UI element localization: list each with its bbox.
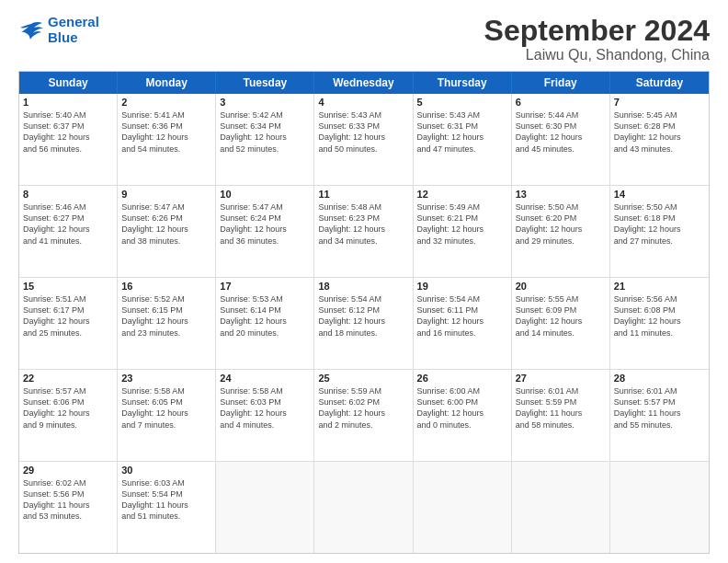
cell-info: Sunrise: 5:53 AMSunset: 6:14 PMDaylight:…	[220, 293, 310, 339]
day-number: 8	[23, 189, 113, 200]
header-saturday: Saturday	[610, 72, 709, 94]
cell-17: 17 Sunrise: 5:53 AMSunset: 6:14 PMDaylig…	[216, 278, 314, 369]
calendar-header: Sunday Monday Tuesday Wednesday Thursday…	[19, 72, 709, 94]
week-2: 8 Sunrise: 5:46 AMSunset: 6:27 PMDayligh…	[19, 185, 709, 277]
day-number: 13	[516, 189, 606, 200]
header-monday: Monday	[118, 72, 216, 94]
cell-empty-4	[512, 462, 610, 553]
cell-23: 23 Sunrise: 5:58 AMSunset: 6:05 PMDaylig…	[118, 370, 216, 461]
cell-info: Sunrise: 5:44 AMSunset: 6:30 PMDaylight:…	[516, 109, 606, 155]
header-tuesday: Tuesday	[216, 72, 314, 94]
cell-info: Sunrise: 6:03 AMSunset: 5:54 PMDaylight:…	[121, 477, 211, 523]
cell-24: 24 Sunrise: 5:58 AMSunset: 6:03 PMDaylig…	[216, 370, 314, 461]
header-friday: Friday	[512, 72, 610, 94]
day-number: 21	[614, 281, 705, 292]
cell-30: 30 Sunrise: 6:03 AMSunset: 5:54 PMDaylig…	[118, 462, 216, 553]
cell-info: Sunrise: 5:57 AMSunset: 6:06 PMDaylight:…	[23, 385, 113, 431]
cell-18: 18 Sunrise: 5:54 AMSunset: 6:12 PMDaylig…	[314, 278, 413, 369]
cell-info: Sunrise: 5:43 AMSunset: 6:31 PMDaylight:…	[417, 109, 507, 155]
week-4: 22 Sunrise: 5:57 AMSunset: 6:06 PMDaylig…	[19, 369, 709, 461]
day-number: 24	[220, 373, 310, 384]
cell-info: Sunrise: 6:01 AMSunset: 5:57 PMDaylight:…	[614, 385, 705, 431]
cell-29: 29 Sunrise: 6:02 AMSunset: 5:56 PMDaylig…	[19, 462, 118, 553]
cell-14: 14 Sunrise: 5:50 AMSunset: 6:18 PMDaylig…	[610, 186, 709, 277]
header-wednesday: Wednesday	[314, 72, 413, 94]
cell-26: 26 Sunrise: 6:00 AMSunset: 6:00 PMDaylig…	[414, 370, 512, 461]
day-number: 27	[516, 373, 606, 384]
day-number: 22	[23, 373, 113, 384]
day-number: 19	[417, 281, 507, 292]
day-number: 29	[23, 465, 113, 476]
cell-info: Sunrise: 6:00 AMSunset: 6:00 PMDaylight:…	[417, 385, 507, 431]
cell-27: 27 Sunrise: 6:01 AMSunset: 5:59 PMDaylig…	[512, 370, 610, 461]
cell-4: 4 Sunrise: 5:43 AMSunset: 6:33 PMDayligh…	[314, 94, 413, 185]
day-number: 18	[318, 281, 408, 292]
page: General Blue September 2024 Laiwu Qu, Sh…	[0, 0, 728, 563]
day-number: 16	[121, 281, 211, 292]
header-sunday: Sunday	[19, 72, 118, 94]
day-number: 3	[220, 97, 310, 108]
cell-8: 8 Sunrise: 5:46 AMSunset: 6:27 PMDayligh…	[19, 186, 118, 277]
day-number: 11	[318, 189, 408, 200]
cell-info: Sunrise: 5:52 AMSunset: 6:15 PMDaylight:…	[121, 293, 211, 339]
cell-info: Sunrise: 5:43 AMSunset: 6:33 PMDaylight:…	[318, 109, 408, 155]
day-number: 23	[121, 373, 211, 384]
header: General Blue September 2024 Laiwu Qu, Sh…	[18, 15, 710, 63]
cell-1: 1 Sunrise: 5:40 AMSunset: 6:37 PMDayligh…	[19, 94, 118, 185]
logo-icon	[18, 20, 44, 40]
day-number: 28	[614, 373, 705, 384]
week-5: 29 Sunrise: 6:02 AMSunset: 5:56 PMDaylig…	[19, 461, 709, 553]
cell-info: Sunrise: 6:01 AMSunset: 5:59 PMDaylight:…	[516, 385, 606, 431]
day-number: 14	[614, 189, 705, 200]
location-title: Laiwu Qu, Shandong, China	[484, 47, 710, 63]
day-number: 4	[318, 97, 408, 108]
cell-13: 13 Sunrise: 5:50 AMSunset: 6:20 PMDaylig…	[512, 186, 610, 277]
cell-info: Sunrise: 5:54 AMSunset: 6:11 PMDaylight:…	[417, 293, 507, 339]
cell-info: Sunrise: 5:46 AMSunset: 6:27 PMDaylight:…	[23, 201, 113, 247]
cell-19: 19 Sunrise: 5:54 AMSunset: 6:11 PMDaylig…	[414, 278, 512, 369]
cell-info: Sunrise: 5:40 AMSunset: 6:37 PMDaylight:…	[23, 109, 113, 155]
cell-22: 22 Sunrise: 5:57 AMSunset: 6:06 PMDaylig…	[19, 370, 118, 461]
logo: General Blue	[18, 15, 99, 45]
week-3: 15 Sunrise: 5:51 AMSunset: 6:17 PMDaylig…	[19, 277, 709, 369]
cell-info: Sunrise: 5:47 AMSunset: 6:24 PMDaylight:…	[220, 201, 310, 247]
cell-15: 15 Sunrise: 5:51 AMSunset: 6:17 PMDaylig…	[19, 278, 118, 369]
cell-info: Sunrise: 5:50 AMSunset: 6:18 PMDaylight:…	[614, 201, 705, 247]
header-thursday: Thursday	[414, 72, 512, 94]
cell-5: 5 Sunrise: 5:43 AMSunset: 6:31 PMDayligh…	[414, 94, 512, 185]
cell-info: Sunrise: 5:45 AMSunset: 6:28 PMDaylight:…	[614, 109, 705, 155]
day-number: 30	[121, 465, 211, 476]
day-number: 15	[23, 281, 113, 292]
month-title: September 2024	[484, 15, 710, 47]
day-number: 9	[121, 189, 211, 200]
cell-empty-1	[216, 462, 314, 553]
cell-20: 20 Sunrise: 5:55 AMSunset: 6:09 PMDaylig…	[512, 278, 610, 369]
calendar-body: 1 Sunrise: 5:40 AMSunset: 6:37 PMDayligh…	[19, 94, 709, 553]
cell-2: 2 Sunrise: 5:41 AMSunset: 6:36 PMDayligh…	[118, 94, 216, 185]
day-number: 20	[516, 281, 606, 292]
cell-3: 3 Sunrise: 5:42 AMSunset: 6:34 PMDayligh…	[216, 94, 314, 185]
cell-7: 7 Sunrise: 5:45 AMSunset: 6:28 PMDayligh…	[610, 94, 709, 185]
cell-info: Sunrise: 5:50 AMSunset: 6:20 PMDaylight:…	[516, 201, 606, 247]
week-1: 1 Sunrise: 5:40 AMSunset: 6:37 PMDayligh…	[19, 94, 709, 185]
cell-info: Sunrise: 5:47 AMSunset: 6:26 PMDaylight:…	[121, 201, 211, 247]
day-number: 5	[417, 97, 507, 108]
cell-10: 10 Sunrise: 5:47 AMSunset: 6:24 PMDaylig…	[216, 186, 314, 277]
cell-empty-2	[314, 462, 413, 553]
cell-info: Sunrise: 5:54 AMSunset: 6:12 PMDaylight:…	[318, 293, 408, 339]
title-block: September 2024 Laiwu Qu, Shandong, China	[484, 15, 710, 63]
cell-empty-5	[610, 462, 709, 553]
cell-empty-3	[414, 462, 512, 553]
cell-9: 9 Sunrise: 5:47 AMSunset: 6:26 PMDayligh…	[118, 186, 216, 277]
cell-info: Sunrise: 5:58 AMSunset: 6:05 PMDaylight:…	[121, 385, 211, 431]
cell-info: Sunrise: 5:49 AMSunset: 6:21 PMDaylight:…	[417, 201, 507, 247]
cell-info: Sunrise: 5:55 AMSunset: 6:09 PMDaylight:…	[516, 293, 606, 339]
day-number: 7	[614, 97, 705, 108]
logo-text: General Blue	[48, 15, 99, 45]
day-number: 25	[318, 373, 408, 384]
cell-info: Sunrise: 5:51 AMSunset: 6:17 PMDaylight:…	[23, 293, 113, 339]
cell-info: Sunrise: 5:59 AMSunset: 6:02 PMDaylight:…	[318, 385, 408, 431]
day-number: 17	[220, 281, 310, 292]
day-number: 6	[516, 97, 606, 108]
day-number: 26	[417, 373, 507, 384]
